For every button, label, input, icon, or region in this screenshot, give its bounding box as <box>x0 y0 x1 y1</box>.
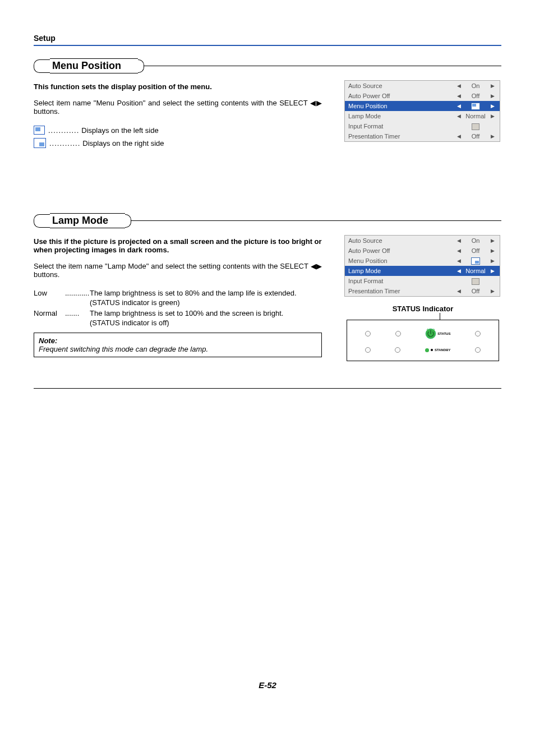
led-icon <box>365 347 371 353</box>
menu-row: Menu Position◀▶ <box>345 101 500 111</box>
menu-row: Input Format <box>345 276 500 286</box>
arrow-right-icon: ▶ <box>488 258 496 264</box>
legend-left: ............ Displays on the left side <box>34 126 322 135</box>
status-indicator-caption: STATUS Indicator <box>344 305 501 313</box>
led-icon <box>475 331 481 336</box>
led-icon <box>365 331 371 336</box>
menu-row: Presentation Timer◀Off▶ <box>345 131 500 141</box>
arrow-left-icon: ◀ <box>455 113 463 119</box>
note-box: Note: Frequent switching this mode can d… <box>34 333 322 357</box>
lamp-mode-definitions: Low ............ The lamp brightness is … <box>34 289 322 327</box>
menu-row: Auto Source◀On▶ <box>345 81 500 91</box>
lamp-mode-title: Lamp Mode <box>50 213 125 228</box>
bottom-rule <box>34 388 501 389</box>
arrow-right-icon: ▶ <box>488 238 496 243</box>
menu-row: Auto Power Off◀Off▶ <box>345 91 500 101</box>
menu-row: Input Format <box>345 121 500 131</box>
led-icon <box>395 331 401 336</box>
legend-right: ............ Displays on the right side <box>34 138 322 148</box>
menu-panel-position: Auto Source◀On▶Auto Power Off◀Off▶Menu P… <box>344 80 500 142</box>
arrow-right-icon: ▶ <box>488 248 496 253</box>
breadcrumb-setup: Setup <box>34 34 501 43</box>
arrow-left-icon: ◀ <box>455 238 463 243</box>
menu-row: Menu Position◀▶ <box>345 256 500 266</box>
menu-row: Lamp Mode◀Normal▶ <box>345 266 500 276</box>
led-icon <box>395 347 400 353</box>
menu-row: Auto Power Off◀Off▶ <box>345 246 500 256</box>
pos-right-icon <box>34 138 46 148</box>
arrow-left-icon: ◀ <box>455 93 463 99</box>
status-button-icon: STATUS <box>425 328 450 339</box>
menu-row: Presentation Timer◀Off▶ <box>345 286 500 296</box>
arrow-right-icon: ▶ <box>488 268 496 274</box>
arrow-left-icon: ◀ <box>455 133 463 139</box>
led-icon <box>475 347 481 353</box>
menu-position-body: Select item name "Menu Position" and sel… <box>34 99 322 116</box>
arrow-left-icon: ◀ <box>455 288 463 294</box>
arrow-left-icon: ◀ <box>455 248 463 253</box>
pos-left-icon <box>34 126 45 135</box>
arrow-left-icon: ◀ <box>455 268 463 274</box>
arrow-right-icon: ▶ <box>488 113 496 119</box>
arrow-right-icon: ▶ <box>488 288 496 294</box>
status-panel: STATUS STANDBY <box>347 320 499 361</box>
lamp-mode-intro: Use this if the picture is projected on … <box>34 237 322 254</box>
arrow-left-icon: ◀ <box>455 258 463 264</box>
arrow-left-icon: ◀ <box>455 83 463 89</box>
arrow-right-icon: ▶ <box>488 103 496 109</box>
lamp-mode-body: Select the item name "Lamp Mode" and sel… <box>34 262 322 279</box>
arrow-right-icon: ▶ <box>488 83 496 89</box>
menu-row: Auto Source◀On▶ <box>345 236 500 246</box>
menu-position-title-row: Menu Position <box>34 58 501 73</box>
arrow-left-icon: ◀ <box>455 103 463 109</box>
menu-position-title: Menu Position <box>50 58 138 73</box>
menu-row: Lamp Mode◀Normal▶ <box>345 111 500 121</box>
lamp-mode-title-row: Lamp Mode <box>34 213 501 228</box>
header-rule <box>34 45 501 46</box>
arrow-right-icon: ▶ <box>488 93 496 99</box>
standby-button-icon: STANDBY <box>425 348 451 352</box>
page-number: E-52 <box>34 680 501 690</box>
arrow-right-icon: ▶ <box>488 133 496 139</box>
menu-position-intro: This function sets the display position … <box>34 82 322 91</box>
menu-panel-lamp: Auto Source◀On▶Auto Power Off◀Off▶Menu P… <box>344 235 500 297</box>
